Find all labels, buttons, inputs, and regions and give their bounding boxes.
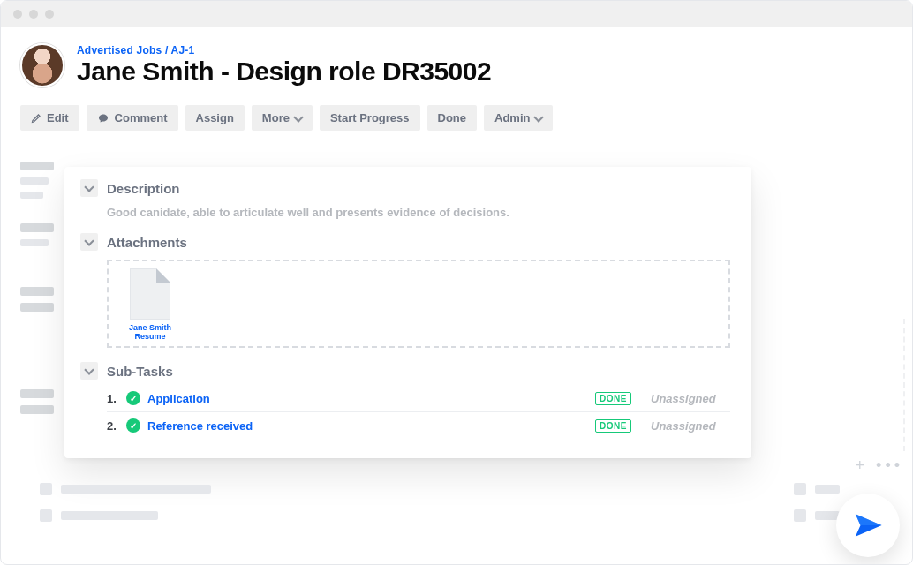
comment-button[interactable]: Comment [87,105,178,131]
chevron-down-icon [293,112,303,122]
list-placeholder-right [794,483,840,522]
more-button[interactable]: More [252,105,313,131]
subtask-row[interactable]: 1. ✓ Application DONE Unassigned [107,385,730,412]
status-badge: DONE [595,419,631,433]
more-label: More [262,111,290,124]
assign-button[interactable]: Assign [185,105,245,131]
comment-icon [97,113,109,124]
window-titlebar [1,1,912,27]
attachments-heading: Attachments [107,235,187,250]
subtask-assignee: Unassigned [651,392,730,405]
page-title: Jane Smith - Design role DR35002 [77,57,491,87]
action-toolbar: Edit Comment Assign More Start Progress … [20,105,893,131]
edit-button[interactable]: Edit [20,105,79,131]
issue-detail-card: Description Good canidate, able to artic… [64,167,751,458]
chevron-down-icon [534,112,544,122]
paper-plane-icon [853,510,883,540]
check-circle-icon: ✓ [126,418,140,433]
subtasks-section: Sub-Tasks 1. ✓ Application DONE Unassign… [80,362,730,439]
sidebar-placeholder [20,162,54,430]
page-content: Advertised Jobs / AJ-1 Jane Smith - Desi… [1,27,912,131]
description-section: Description Good canidate, able to artic… [80,179,730,219]
done-label: Done [438,111,467,124]
description-text: Good canidate, able to articulate well a… [107,206,730,219]
breadcrumb[interactable]: Advertised Jobs / AJ-1 [77,44,491,57]
comment-label: Comment [115,111,168,124]
admin-button[interactable]: Admin [484,105,553,131]
candidate-avatar[interactable] [20,43,64,87]
list-placeholder [40,483,806,522]
page-header: Advertised Jobs / AJ-1 Jane Smith - Desi… [20,43,893,87]
document-icon [130,268,170,320]
window-control-close[interactable] [13,10,22,19]
attachment-filename: Jane Smith Resume [117,323,183,341]
section-toggle-description[interactable] [80,179,98,197]
status-badge: DONE [595,392,631,405]
assign-label: Assign [196,111,234,124]
start-progress-button[interactable]: Start Progress [320,105,420,131]
admin-label: Admin [494,111,530,124]
section-toggle-attachments[interactable] [80,233,98,251]
description-heading: Description [107,181,180,196]
chevron-down-icon [84,365,94,374]
subtasks-heading: Sub-Tasks [107,364,173,379]
start-label: Start Progress [330,111,410,124]
chevron-down-icon [84,182,94,192]
subtask-link[interactable]: Reference received [147,419,588,433]
attachments-dropzone[interactable]: Jane Smith Resume [107,260,730,348]
subtask-row[interactable]: 2. ✓ Reference received DONE Unassigned [107,412,730,439]
pencil-icon [31,113,42,124]
attachment-file[interactable]: Jane Smith Resume [117,268,183,341]
subtask-assignee: Unassigned [651,419,730,433]
app-window: Advertised Jobs / AJ-1 Jane Smith - Desi… [0,0,913,565]
chevron-down-icon [84,236,94,245]
brand-fab[interactable] [836,494,900,557]
check-circle-icon: ✓ [126,391,140,405]
done-button[interactable]: Done [427,105,478,131]
window-control-max[interactable] [45,10,54,19]
attachments-section: Attachments Jane Smith Resume [80,233,730,348]
section-toggle-subtasks[interactable] [80,362,98,380]
edit-label: Edit [47,111,69,124]
subtask-number: 2. [107,419,119,433]
subtask-link[interactable]: Application [147,392,588,405]
window-control-min[interactable] [29,10,38,19]
subtask-number: 1. [107,392,119,405]
dropzone-background [755,319,905,451]
